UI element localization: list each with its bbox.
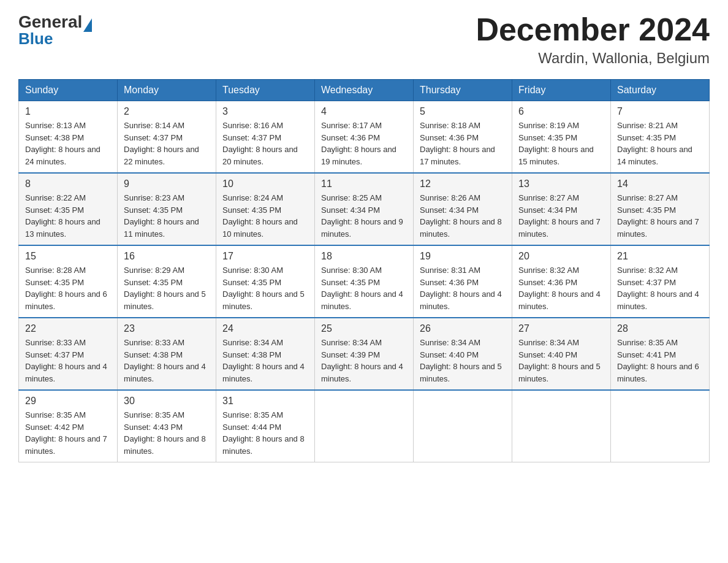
col-sunday: Sunday [19,80,118,101]
day-number: 31 [222,396,308,407]
day-info: Sunrise: 8:35 AM Sunset: 4:41 PM Dayligh… [617,337,703,385]
daylight-label: Daylight: 8 hours and 19 minutes. [321,145,396,166]
calendar-week-row: 15 Sunrise: 8:28 AM Sunset: 4:35 PM Dayl… [19,245,710,318]
day-number: 15 [25,251,111,262]
day-number: 2 [124,106,210,117]
daylight-label: Daylight: 8 hours and 14 minutes. [617,145,692,166]
table-row [315,390,414,462]
day-info: Sunrise: 8:19 AM Sunset: 4:35 PM Dayligh… [518,120,604,167]
day-number: 29 [25,396,111,407]
day-number: 24 [222,323,308,334]
day-number: 22 [25,323,111,334]
day-info: Sunrise: 8:17 AM Sunset: 4:36 PM Dayligh… [321,120,407,167]
sunset-label: Sunset: 4:38 PM [124,350,183,359]
sunrise-label: Sunrise: 8:34 AM [518,338,579,347]
daylight-label: Daylight: 8 hours and 5 minutes. [420,362,502,383]
table-row: 18 Sunrise: 8:30 AM Sunset: 4:35 PM Dayl… [315,245,414,318]
daylight-label: Daylight: 8 hours and 4 minutes. [124,362,206,383]
day-info: Sunrise: 8:13 AM Sunset: 4:38 PM Dayligh… [25,120,111,167]
daylight-label: Daylight: 8 hours and 24 minutes. [25,145,100,166]
day-number: 1 [25,106,111,117]
day-number: 26 [420,323,506,334]
table-row: 23 Sunrise: 8:33 AM Sunset: 4:38 PM Dayl… [118,318,216,390]
day-info: Sunrise: 8:22 AM Sunset: 4:35 PM Dayligh… [25,192,111,240]
sunrise-label: Sunrise: 8:34 AM [222,338,283,347]
sunrise-label: Sunrise: 8:25 AM [321,193,382,202]
daylight-label: Daylight: 8 hours and 17 minutes. [420,145,495,166]
table-row: 5 Sunrise: 8:18 AM Sunset: 4:36 PM Dayli… [414,101,512,174]
sunrise-label: Sunrise: 8:34 AM [420,338,480,347]
daylight-label: Daylight: 8 hours and 8 minutes. [222,434,305,456]
sunset-label: Sunset: 4:34 PM [518,205,577,215]
sunset-label: Sunset: 4:35 PM [518,133,577,142]
daylight-label: Daylight: 8 hours and 8 minutes. [124,434,206,456]
sunset-label: Sunset: 4:35 PM [222,205,281,215]
day-info: Sunrise: 8:18 AM Sunset: 4:36 PM Dayligh… [420,120,506,167]
page-header: General Blue December 2024 Wardin, Wallo… [18,12,710,67]
daylight-label: Daylight: 8 hours and 20 minutes. [222,145,298,166]
table-row: 31 Sunrise: 8:35 AM Sunset: 4:44 PM Dayl… [216,390,315,462]
sunset-label: Sunset: 4:37 PM [124,133,183,142]
day-number: 11 [321,178,407,190]
day-info: Sunrise: 8:30 AM Sunset: 4:35 PM Dayligh… [222,264,308,312]
day-info: Sunrise: 8:27 AM Sunset: 4:34 PM Dayligh… [518,192,604,240]
daylight-label: Daylight: 8 hours and 13 minutes. [25,217,100,239]
day-number: 12 [420,178,506,190]
sunrise-label: Sunrise: 8:30 AM [222,266,283,275]
table-row: 11 Sunrise: 8:25 AM Sunset: 4:34 PM Dayl… [315,173,414,245]
daylight-label: Daylight: 8 hours and 4 minutes. [321,289,403,311]
table-row: 12 Sunrise: 8:26 AM Sunset: 4:34 PM Dayl… [414,173,512,245]
sunset-label: Sunset: 4:39 PM [321,350,380,359]
sunset-label: Sunset: 4:38 PM [222,350,281,359]
sunrise-label: Sunrise: 8:32 AM [617,266,678,275]
table-row: 25 Sunrise: 8:34 AM Sunset: 4:39 PM Dayl… [315,318,414,390]
sunrise-label: Sunrise: 8:32 AM [518,266,579,275]
table-row: 2 Sunrise: 8:14 AM Sunset: 4:37 PM Dayli… [118,101,216,174]
day-info: Sunrise: 8:33 AM Sunset: 4:37 PM Dayligh… [25,337,111,385]
day-info: Sunrise: 8:23 AM Sunset: 4:35 PM Dayligh… [124,192,210,240]
day-number: 20 [518,251,604,262]
daylight-label: Daylight: 8 hours and 5 minutes. [124,289,206,311]
sunrise-label: Sunrise: 8:27 AM [518,193,579,202]
table-row: 26 Sunrise: 8:34 AM Sunset: 4:40 PM Dayl… [414,318,512,390]
col-saturday: Saturday [611,80,710,101]
sunrise-label: Sunrise: 8:27 AM [617,193,678,202]
sunset-label: Sunset: 4:35 PM [25,205,84,215]
day-info: Sunrise: 8:31 AM Sunset: 4:36 PM Dayligh… [420,264,506,312]
daylight-label: Daylight: 8 hours and 4 minutes. [617,289,699,311]
sunrise-label: Sunrise: 8:29 AM [124,266,184,275]
table-row: 20 Sunrise: 8:32 AM Sunset: 4:36 PM Dayl… [512,245,611,318]
sunrise-label: Sunrise: 8:16 AM [222,121,283,130]
calendar-table: Sunday Monday Tuesday Wednesday Thursday… [18,79,710,462]
sunset-label: Sunset: 4:40 PM [518,350,577,359]
sunset-label: Sunset: 4:44 PM [222,423,281,432]
sunrise-label: Sunrise: 8:19 AM [518,121,579,130]
sunset-label: Sunset: 4:36 PM [518,278,577,287]
table-row: 14 Sunrise: 8:27 AM Sunset: 4:35 PM Dayl… [611,173,710,245]
sunrise-label: Sunrise: 8:17 AM [321,121,382,130]
day-info: Sunrise: 8:28 AM Sunset: 4:35 PM Dayligh… [25,264,111,312]
daylight-label: Daylight: 8 hours and 10 minutes. [222,217,298,239]
sunset-label: Sunset: 4:37 PM [222,133,281,142]
day-number: 21 [617,251,703,262]
sunset-label: Sunset: 4:35 PM [222,278,281,287]
day-info: Sunrise: 8:35 AM Sunset: 4:44 PM Dayligh… [222,409,308,457]
sunrise-label: Sunrise: 8:33 AM [25,338,86,347]
daylight-label: Daylight: 8 hours and 7 minutes. [617,217,699,239]
day-number: 13 [518,178,604,190]
day-number: 7 [617,106,703,117]
daylight-label: Daylight: 8 hours and 4 minutes. [518,289,601,311]
sunrise-label: Sunrise: 8:28 AM [25,266,86,275]
calendar-week-row: 8 Sunrise: 8:22 AM Sunset: 4:35 PM Dayli… [19,173,710,245]
day-info: Sunrise: 8:21 AM Sunset: 4:35 PM Dayligh… [617,120,703,167]
day-info: Sunrise: 8:32 AM Sunset: 4:37 PM Dayligh… [617,264,703,312]
sunset-label: Sunset: 4:35 PM [617,205,676,215]
day-info: Sunrise: 8:26 AM Sunset: 4:34 PM Dayligh… [420,192,506,240]
day-number: 25 [321,323,407,334]
daylight-label: Daylight: 8 hours and 11 minutes. [124,217,199,239]
sunrise-label: Sunrise: 8:34 AM [321,338,382,347]
sunrise-label: Sunrise: 8:35 AM [124,410,184,419]
day-number: 30 [124,396,210,407]
table-row: 15 Sunrise: 8:28 AM Sunset: 4:35 PM Dayl… [19,245,118,318]
day-info: Sunrise: 8:27 AM Sunset: 4:35 PM Dayligh… [617,192,703,240]
